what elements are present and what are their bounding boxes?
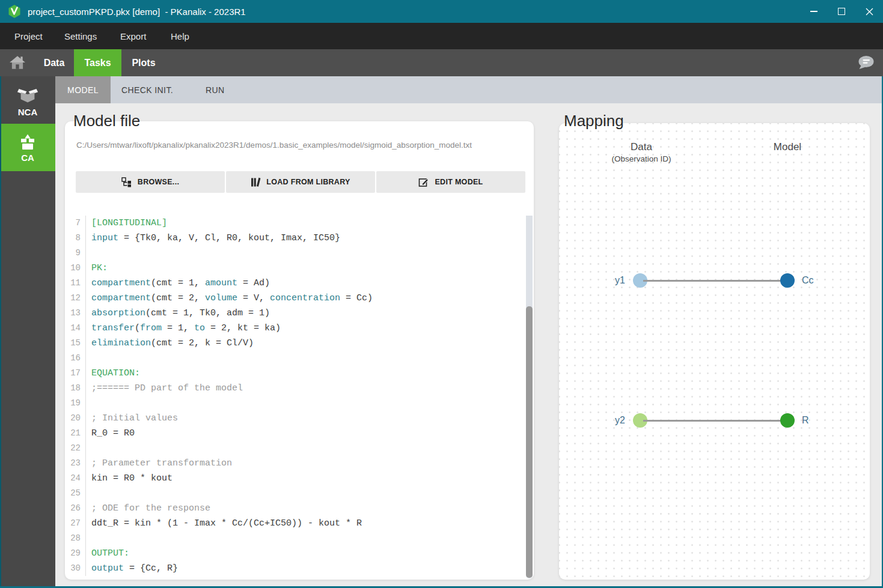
- task-subtabs: MODEL CHECK INIT. RUN: [55, 76, 883, 103]
- feedback-chat-button[interactable]: [857, 55, 874, 70]
- model-file-title: Model file: [73, 112, 140, 130]
- sidebar: NCA CA: [0, 76, 55, 588]
- code-line: 13absorption(cmt = 1, Tk0, adm = 1): [67, 306, 533, 321]
- model-code-editor[interactable]: 7[LONGITUDINAL]8input = {Tk0, ka, V, Cl,…: [67, 216, 533, 578]
- subtab-run[interactable]: RUN: [195, 76, 236, 103]
- code-line-text: [86, 531, 91, 546]
- code-line: 25: [67, 486, 533, 501]
- browse-tree-icon: [121, 177, 132, 187]
- code-line: 9: [67, 246, 533, 261]
- code-line-text: ddt_R = kin * (1 - Imax * Cc/(Cc+IC50)) …: [86, 516, 362, 531]
- window-left-edge: [0, 76, 1, 588]
- load-from-library-button-label: LOAD FROM LIBRARY: [266, 178, 350, 186]
- load-from-library-button[interactable]: LOAD FROM LIBRARY: [226, 171, 375, 193]
- minimize-icon: [810, 11, 817, 12]
- line-number: 10: [67, 261, 86, 276]
- mapping-model-dot[interactable]: [780, 273, 795, 288]
- menu-help[interactable]: Help: [171, 23, 189, 49]
- line-number: 18: [67, 381, 86, 396]
- line-number: 27: [67, 516, 86, 531]
- ca-box-icon: [19, 133, 37, 150]
- window-controls: [800, 0, 883, 23]
- minimize-button[interactable]: [800, 0, 828, 23]
- line-number: 21: [67, 426, 86, 441]
- mapping-panel: Data (Observation ID) Model y1Ccy2R: [559, 123, 870, 580]
- navbar: Data Tasks Plots: [0, 49, 883, 76]
- subtab-check-init[interactable]: CHECK INIT.: [111, 76, 184, 103]
- code-line-text: elimination(cmt = 2, k = Cl/V): [86, 336, 254, 351]
- code-line: 11compartment(cmt = 1, amount = Ad): [67, 276, 533, 291]
- code-line-text: EQUATION:: [86, 366, 140, 381]
- code-line: 26; ODE for the response: [67, 501, 533, 516]
- code-editor-lines: 7[LONGITUDINAL]8input = {Tk0, ka, V, Cl,…: [67, 216, 533, 576]
- line-number: 24: [67, 471, 86, 486]
- menubar: Project Settings Export Help: [0, 23, 883, 49]
- code-line: 15elimination(cmt = 2, k = Cl/V): [67, 336, 533, 351]
- subtab-model[interactable]: MODEL: [55, 76, 111, 103]
- maximize-button[interactable]: [828, 0, 855, 23]
- home-icon: [9, 55, 26, 70]
- code-line: 8input = {Tk0, ka, V, Cl, R0, kout, Imax…: [67, 231, 533, 246]
- code-line-text: input = {Tk0, ka, V, Cl, R0, kout, Imax,…: [86, 231, 340, 246]
- code-line: 29OUTPUT:: [67, 546, 533, 561]
- browse-button-label: BROWSE...: [138, 178, 179, 186]
- menu-project[interactable]: Project: [14, 23, 43, 49]
- home-button[interactable]: [9, 55, 27, 71]
- code-line: 23; Parameter transformation: [67, 456, 533, 471]
- library-books-icon: [251, 177, 261, 187]
- app-logo-icon: [8, 5, 21, 18]
- mapping-model-label: R: [802, 413, 809, 428]
- mapping-connector-line: [643, 420, 784, 422]
- browse-button[interactable]: BROWSE...: [76, 171, 225, 193]
- code-line: 30output = {Cc, R}: [67, 561, 533, 576]
- model-file-toolbar: BROWSE... LOAD FROM LIBRARY EDIT MODEL: [76, 171, 525, 193]
- code-line: 17EQUATION:: [67, 366, 533, 381]
- line-number: 23: [67, 456, 86, 471]
- app-window: project_customPKPD.pkx [demo] - PKanalix…: [0, 0, 883, 588]
- mapping-rows: y1Ccy2R: [559, 123, 870, 580]
- code-line: 10PK:: [67, 261, 533, 276]
- code-line: 22: [67, 441, 533, 456]
- line-number: 28: [67, 531, 86, 546]
- line-number: 17: [67, 366, 86, 381]
- code-line: 21R_0 = R0: [67, 426, 533, 441]
- mapping-row: y1Cc: [559, 273, 870, 288]
- mapping-connector-line: [643, 280, 784, 282]
- code-line-text: compartment(cmt = 1, amount = Ad): [86, 276, 270, 291]
- tab-data[interactable]: Data: [37, 49, 71, 76]
- nca-open-box-icon: [17, 87, 38, 104]
- code-line: 18;====== PD part of the model: [67, 381, 533, 396]
- tab-tasks[interactable]: Tasks: [74, 49, 121, 76]
- line-number: 13: [67, 306, 86, 321]
- editor-scrollbar-thumb[interactable]: [526, 306, 533, 578]
- code-line-text: ;====== PD part of the model: [86, 381, 243, 396]
- line-number: 14: [67, 321, 86, 336]
- mapping-model-dot[interactable]: [780, 413, 795, 428]
- code-line: 24kin = R0 * kout: [67, 471, 533, 486]
- code-line: 12compartment(cmt = 2, volume = V, conce…: [67, 291, 533, 306]
- code-line-text: OUTPUT:: [86, 546, 129, 561]
- chat-bubble-icon: [857, 55, 874, 70]
- line-number: 12: [67, 291, 86, 306]
- sidebar-item-nca[interactable]: NCA: [0, 76, 55, 124]
- sidebar-item-ca[interactable]: CA: [0, 124, 55, 171]
- code-line: 28: [67, 531, 533, 546]
- line-number: 16: [67, 351, 86, 366]
- tab-plots[interactable]: Plots: [125, 49, 162, 76]
- code-line-text: output = {Cc, R}: [86, 561, 178, 576]
- line-number: 8: [67, 231, 86, 246]
- editor-scrollbar[interactable]: [526, 216, 533, 578]
- menu-export[interactable]: Export: [120, 23, 146, 49]
- line-number: 9: [67, 246, 86, 261]
- line-number: 7: [67, 216, 86, 231]
- code-line-text: [86, 486, 91, 501]
- close-button[interactable]: [855, 0, 883, 23]
- code-line-text: ; ODE for the response: [86, 501, 210, 516]
- edit-model-button[interactable]: EDIT MODEL: [376, 171, 525, 193]
- menu-settings[interactable]: Settings: [64, 23, 97, 49]
- line-number: 30: [67, 561, 86, 576]
- code-line: 14transfer(from = 1, to = 2, kt = ka): [67, 321, 533, 336]
- code-line-text: [86, 351, 91, 366]
- window-title: project_customPKPD.pkx [demo] - PKanalix…: [28, 7, 246, 17]
- code-line-text: [86, 441, 91, 456]
